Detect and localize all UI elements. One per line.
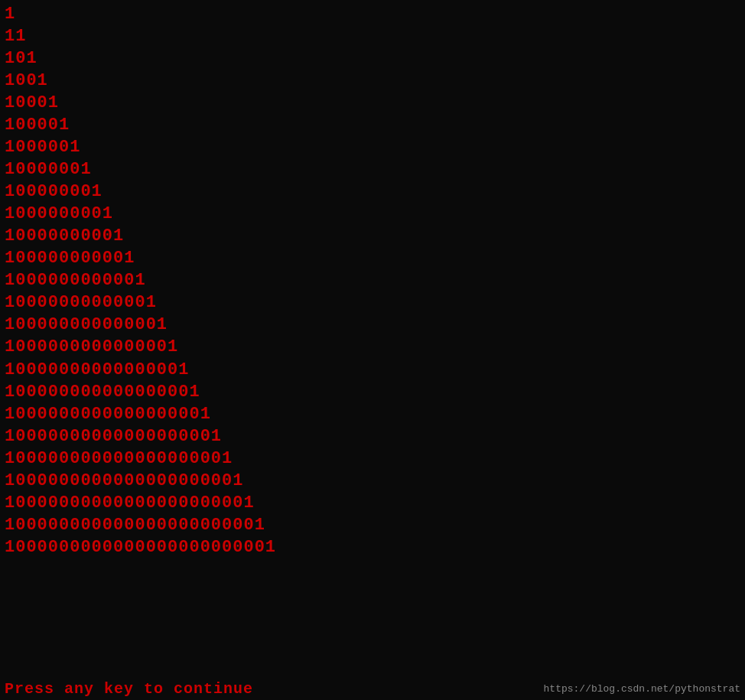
terminal-line: 1 bbox=[5, 3, 740, 25]
terminal-line: 100000000000000000001 bbox=[5, 448, 740, 470]
terminal-line: 1000001 bbox=[5, 136, 740, 158]
terminal-line: 10000000000000000000001 bbox=[5, 492, 740, 514]
terminal-line: 100001 bbox=[5, 114, 740, 136]
terminal-line: 10000001 bbox=[5, 158, 740, 181]
terminal-line: 1000000001 bbox=[5, 203, 740, 225]
terminal-line: 10000000001 bbox=[5, 225, 740, 247]
terminal-line: 10000000000001 bbox=[5, 291, 740, 314]
terminal-line: 1000000000001 bbox=[5, 269, 740, 291]
terminal-line: 100000000001 bbox=[5, 247, 740, 269]
terminal-line: 1000000000000000001 bbox=[5, 403, 740, 425]
terminal-line: 101 bbox=[5, 47, 740, 70]
terminal-line: 10000000000000001 bbox=[5, 359, 740, 381]
terminal-line: 1000000000000000000000001 bbox=[5, 536, 740, 558]
terminal-line: 11 bbox=[5, 25, 740, 47]
terminal-line: 100000001 bbox=[5, 181, 740, 203]
terminal-output: 1111011001100011000011000001100000011000… bbox=[0, 0, 745, 562]
terminal-line: 10001 bbox=[5, 92, 740, 114]
bottom-bar: Press any key to continue https://blog.c… bbox=[0, 677, 745, 700]
terminal-line: 100000000000001 bbox=[5, 314, 740, 336]
terminal-line: 1000000000000000000001 bbox=[5, 470, 740, 492]
url-label: https://blog.csdn.net/pythonstrat bbox=[544, 683, 740, 695]
terminal-line: 1001 bbox=[5, 70, 740, 92]
terminal-line: 1000000000000001 bbox=[5, 336, 740, 358]
terminal-line: 10000000000000000001 bbox=[5, 425, 740, 448]
press-continue-label: Press any key to continue bbox=[5, 680, 253, 698]
terminal-line: 100000000000000001 bbox=[5, 381, 740, 403]
terminal-line: 100000000000000000000001 bbox=[5, 514, 740, 536]
